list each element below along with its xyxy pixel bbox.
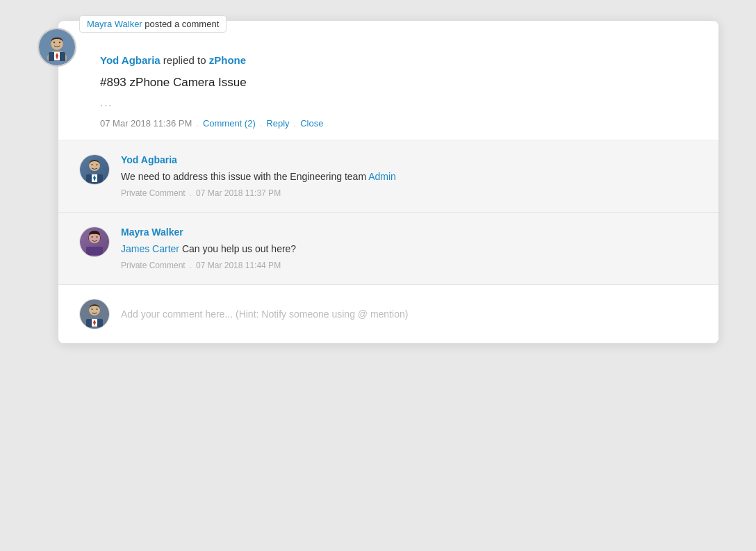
svg-point-2 bbox=[51, 38, 63, 49]
notification-action: posted a comment bbox=[142, 19, 220, 29]
dot-2: . bbox=[260, 118, 263, 129]
svg-point-12 bbox=[91, 164, 92, 165]
dot-1: . bbox=[196, 118, 199, 129]
comment-body-2: Mayra Walker James Carter Can you help u… bbox=[121, 227, 698, 270]
meta-row: 07 Mar 2018 11:36 PM . Comment (2) . Rep… bbox=[100, 118, 698, 129]
comment-item: Yod Agbaria We need to address this issu… bbox=[58, 140, 718, 213]
comment-avatar-yod bbox=[79, 154, 110, 185]
yod-avatar-image bbox=[80, 155, 109, 184]
comment-timestamp-1: 07 Mar 2018 11:37 PM bbox=[196, 188, 281, 198]
svg-point-22 bbox=[91, 309, 92, 310]
header-timestamp: 07 Mar 2018 11:36 PM bbox=[100, 118, 192, 129]
header-line: Yod Agbaria replied to zPhone bbox=[100, 54, 698, 66]
comment-text-1: We need to address this issue with the E… bbox=[121, 170, 698, 184]
comment-meta-1: Private Comment . 07 Mar 2018 11:37 PM bbox=[121, 188, 698, 198]
card-header: Yod Agbaria replied to zPhone #893 zPhon… bbox=[58, 40, 718, 140]
comment-link[interactable]: Comment (2) bbox=[203, 118, 256, 129]
main-avatar bbox=[38, 28, 76, 67]
header-replied-to: zPhone bbox=[209, 54, 246, 66]
header-replied-text: replied to bbox=[163, 54, 209, 66]
svg-point-7 bbox=[59, 42, 60, 43]
comments-section: Yod Agbaria We need to address this issu… bbox=[58, 140, 718, 285]
svg-point-17 bbox=[96, 236, 97, 238]
dot-3: . bbox=[294, 118, 297, 129]
reply-link[interactable]: Reply bbox=[266, 118, 289, 129]
private-label-2: Private Comment bbox=[121, 261, 186, 270]
comment-meta-2: Private Comment . 07 Mar 2018 11:44 PM bbox=[121, 261, 698, 270]
comment-text-after-2: Can you help us out here? bbox=[179, 243, 296, 254]
notification-badge: Mayra Walker posted a comment bbox=[79, 15, 227, 33]
comment-author-2: Mayra Walker bbox=[121, 227, 698, 238]
svg-point-6 bbox=[54, 42, 55, 43]
comment-mention-1[interactable]: Admin bbox=[368, 171, 396, 182]
notification-wrapper: Mayra Walker posted a comment bbox=[38, 21, 718, 343]
comment-author-1: Yod Agbaria bbox=[121, 154, 698, 165]
comment-input-placeholder[interactable]: Add your comment here... (Hint: Notify s… bbox=[121, 309, 698, 320]
comment-input-row: Add your comment here... (Hint: Notify s… bbox=[58, 285, 718, 343]
svg-point-16 bbox=[91, 236, 92, 238]
mayra-avatar-image bbox=[80, 227, 109, 256]
close-link[interactable]: Close bbox=[300, 118, 323, 129]
comment-body-1: Yod Agbaria We need to address this issu… bbox=[121, 154, 698, 198]
comment-text-before-1: We need to address this issue with the E… bbox=[121, 171, 368, 182]
input-avatar bbox=[79, 299, 110, 329]
comment-timestamp-2: 07 Mar 2018 11:44 PM bbox=[196, 261, 281, 270]
header-author: Yod Agbaria bbox=[100, 54, 161, 66]
svg-point-13 bbox=[96, 164, 97, 165]
ellipsis: ... bbox=[100, 97, 698, 108]
svg-rect-15 bbox=[86, 247, 103, 255]
input-avatar-image bbox=[80, 299, 109, 329]
ticket-title: #893 zPhone Camera Issue bbox=[100, 76, 698, 90]
comment-text-2: James Carter Can you help us out here? bbox=[121, 242, 698, 256]
svg-point-23 bbox=[96, 309, 97, 310]
comment-avatar-mayra bbox=[79, 227, 110, 257]
main-card: Yod Agbaria replied to zPhone #893 zPhon… bbox=[58, 21, 718, 343]
private-label-1: Private Comment bbox=[121, 188, 186, 198]
comment-item-2: Mayra Walker James Carter Can you help u… bbox=[58, 213, 718, 285]
comment-mention-2[interactable]: James Carter bbox=[121, 243, 179, 254]
notification-author: Mayra Walker bbox=[87, 19, 142, 29]
main-avatar-image bbox=[39, 29, 75, 65]
